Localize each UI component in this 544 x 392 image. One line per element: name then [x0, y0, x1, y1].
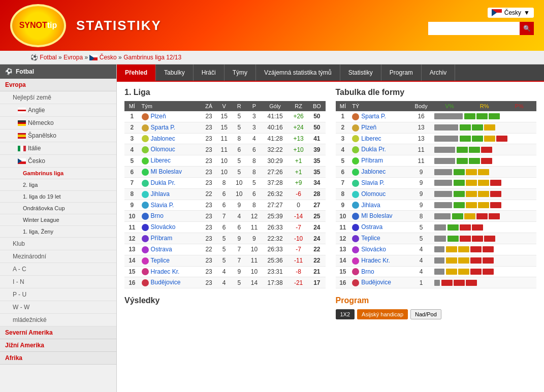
team-cell[interactable]: Ml Boleslav [140, 167, 201, 178]
program-btn-nad[interactable]: Nad/Pod [410, 309, 441, 319]
logo[interactable]: SYNOTtip [10, 4, 66, 47]
team-cell[interactable]: Příbram [140, 233, 201, 244]
sidebar-item-in[interactable]: I - N [0, 276, 116, 288]
form-bars-cell [432, 167, 536, 178]
form-team-cell[interactable]: Teplice [350, 233, 410, 244]
form-body-cell: 8 [410, 211, 433, 222]
team-cell[interactable]: Jablonec [140, 133, 201, 144]
team-cell[interactable]: Sparta P. [140, 122, 201, 133]
team-cell[interactable]: Slovácko [140, 222, 201, 233]
tab-prehled[interactable]: Přehled [117, 64, 156, 81]
tab-vzajemna[interactable]: Vzájemná statistika týmů [256, 64, 340, 81]
win-bar [489, 113, 500, 119]
draw-bar [478, 169, 489, 175]
team-cell[interactable]: Slavia P. [140, 200, 201, 211]
breadcrumb-evropa[interactable]: Evropa [63, 54, 83, 61]
sidebar-item-nemecko[interactable]: Německo [0, 117, 116, 129]
sidebar-item-pu[interactable]: P - U [0, 288, 116, 301]
sidebar-item-italie[interactable]: Itálie [0, 142, 116, 155]
sidebar-item-spanelsko[interactable]: Španělsko [0, 129, 116, 142]
bo-cell: 28 [308, 188, 325, 200]
team-cell[interactable]: Ostrava [140, 244, 201, 255]
form-team-cell[interactable]: Olomouc [350, 188, 410, 200]
p-cell: 9 [247, 233, 262, 244]
sidebar-item-mladeznicke[interactable]: mládežnické [0, 314, 116, 326]
sidebar-item-evropa[interactable]: Evropa [0, 79, 116, 91]
breadcrumb-liga[interactable]: Gambrinus liga 12/13 [123, 54, 181, 61]
sidebar-item-anglie[interactable]: Anglie [0, 104, 116, 117]
form-team-cell[interactable]: Slovácko [350, 244, 410, 255]
team-cell[interactable]: Teplice [140, 255, 201, 266]
sidebar-fotbal-header[interactable]: ⚽ Fotbal [0, 64, 116, 79]
r-cell: 8 [232, 133, 247, 144]
tab-archiv[interactable]: Archiv [422, 64, 455, 81]
sidebar-item-nejlepsi[interactable]: Nejlepší země [0, 91, 116, 104]
team-cell[interactable]: Olomouc [140, 144, 201, 155]
form-team-cell[interactable]: Jablonec [350, 167, 410, 178]
form-team-cell[interactable]: Budějovice [350, 277, 410, 288]
lang-selector[interactable]: Česky ▼ [488, 8, 534, 18]
table-row: 10 Ml Boleslav 8 [336, 211, 537, 222]
table-row: 5 Příbram 11 [336, 155, 537, 167]
za-cell: 23 [201, 222, 217, 233]
team-cell[interactable]: Dukla Pr. [140, 177, 201, 188]
sidebar-item-cesko[interactable]: Česko [0, 155, 116, 168]
tab-statistiky[interactable]: Statistiky [340, 64, 381, 81]
sidebar-item-ondrasovka[interactable]: Ondrášovka Cup [0, 203, 116, 214]
team-cell[interactable]: Plzeň [140, 111, 201, 122]
body-bar [434, 280, 440, 286]
form-bars [454, 169, 489, 175]
sidebar-item-jizni-amerika[interactable]: Jižní Amerika [0, 339, 116, 352]
tab-tymy[interactable]: Týmy [225, 64, 256, 81]
team-cell[interactable]: Hradec Kr. [140, 266, 201, 277]
form-team-cell[interactable]: Plzeň [350, 122, 410, 133]
table-row: 3 Liberec 13 [336, 133, 537, 144]
form-team-cell[interactable]: Brno [350, 266, 410, 277]
program-btn-1x2[interactable]: 1X2 [336, 309, 355, 319]
form-team-cell[interactable]: Dukla Pr. [350, 144, 410, 155]
sidebar-item-ac[interactable]: A - C [0, 263, 116, 276]
sidebar-item-winter-league[interactable]: Winter League [0, 214, 116, 226]
tab-program[interactable]: Program [381, 64, 422, 81]
draw-bar [466, 169, 477, 175]
tab-tabulky[interactable]: Tabulky [156, 64, 194, 81]
form-team-cell[interactable]: Jihlava [350, 200, 410, 211]
sidebar-item-ww[interactable]: W - W [0, 301, 116, 314]
team-cell[interactable]: Jihlava [140, 188, 201, 200]
form-bars [460, 124, 495, 130]
form-team-cell[interactable]: Liberec [350, 133, 410, 144]
program-btn-asij[interactable]: Asijský handicap [357, 309, 408, 319]
form-body-cell: 5 [410, 233, 433, 244]
tab-hraci[interactable]: Hráči [194, 64, 225, 81]
form-team-cell[interactable]: Hradec Kr. [350, 255, 410, 266]
team-cell[interactable]: Brno [140, 211, 201, 222]
body-bar [434, 269, 444, 275]
form-team-cell[interactable]: Příbram [350, 155, 410, 167]
sidebar-item-severni-amerika[interactable]: Severní Amerika [0, 326, 116, 339]
sidebar-item-mezinarodni[interactable]: Mezinárodní [0, 250, 116, 263]
sidebar-item-gambrinus[interactable]: Gambrinus liga [0, 168, 116, 179]
form-bars [464, 113, 500, 119]
team-cell[interactable]: Budějovice [140, 277, 201, 288]
form-team-cell[interactable]: Ml Boleslav [350, 211, 410, 222]
search-button[interactable]: 🔍 [520, 22, 534, 35]
sidebar-item-zeny[interactable]: 1. liga, Ženy [0, 226, 116, 238]
search-input[interactable] [428, 22, 520, 35]
col-v: V [216, 101, 232, 111]
form-team-cell[interactable]: Slavia P. [350, 177, 410, 188]
sidebar-item-klub[interactable]: Klub [0, 238, 116, 250]
form-team-cell[interactable]: Ostrava [350, 222, 410, 233]
sidebar-item-afrika[interactable]: Afrika [0, 352, 116, 365]
team-cell[interactable]: Liberec [140, 155, 201, 167]
sidebar-item-u19[interactable]: 1. liga do 19 let [0, 191, 116, 203]
form-team-cell[interactable]: Sparta P. [350, 111, 410, 122]
site-title: STATISTIKY [76, 18, 162, 34]
form-body-cell: 11 [410, 144, 433, 155]
table-row: 5 Liberec 23 10 5 8 30:29 +1 35 [124, 155, 326, 167]
breadcrumb-fotbal[interactable]: Fotbal [40, 54, 56, 61]
sidebar-item-2liga[interactable]: 2. liga [0, 179, 116, 191]
table-row: 9 Jihlava 9 [336, 200, 537, 211]
breadcrumb-cesko[interactable]: Česko [100, 54, 117, 61]
rz-cell: -7 [289, 244, 308, 255]
content-area: 1. Liga MÍ Tým ZÁ V R P Góly RZ [117, 82, 544, 330]
